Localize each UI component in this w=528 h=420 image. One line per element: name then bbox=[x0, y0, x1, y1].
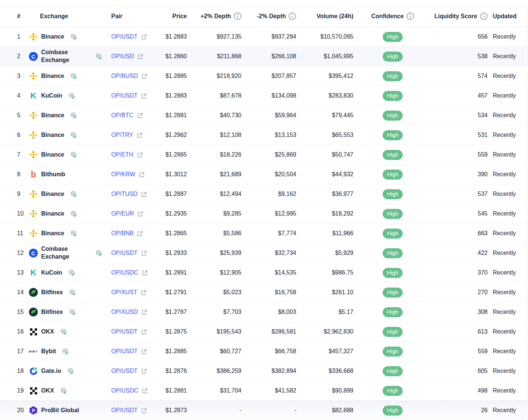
rank-cell: 2 bbox=[12, 53, 29, 60]
exchange-link[interactable]: CCoinbase Exchange bbox=[29, 49, 111, 64]
exchange-link[interactable]: Bitfinex bbox=[29, 308, 111, 316]
reserves-check-icon[interactable] bbox=[69, 93, 75, 99]
reserves-check-icon[interactable] bbox=[70, 132, 77, 138]
liquidity-score-cell: 574 bbox=[432, 73, 488, 79]
reserves-check-icon[interactable] bbox=[70, 191, 77, 197]
col-header-label: Updated bbox=[493, 13, 517, 20]
exchange-link[interactable]: Binance bbox=[29, 111, 111, 120]
col-header-pair: Pair bbox=[111, 13, 161, 20]
table-row: 17BYB!TBybitOP/USDT$1.2885$60,727$66,758… bbox=[0, 342, 528, 361]
markets-table: #ExchangePairPrice+2% Depth-2% DepthVolu… bbox=[0, 5, 528, 420]
coinbase-exchange-icon: C bbox=[29, 52, 38, 61]
pair-link[interactable]: OP/USD bbox=[111, 53, 134, 60]
exchange-cell: Binance bbox=[29, 131, 111, 140]
exchange-link[interactable]: Binance bbox=[29, 32, 111, 41]
liquidity-score-cell: 663 bbox=[432, 230, 488, 237]
pair-link[interactable]: OP/ETH bbox=[111, 151, 133, 158]
kucoin-exchange-icon: K bbox=[29, 91, 38, 100]
col-header-label: Pair bbox=[111, 13, 122, 20]
pair-link[interactable]: OP/USDT bbox=[111, 250, 138, 256]
reserves-check-icon[interactable] bbox=[69, 270, 75, 276]
reserves-check-icon[interactable] bbox=[70, 230, 77, 237]
exchange-link[interactable]: Binance bbox=[29, 190, 111, 198]
pair-link[interactable]: OP/TRY bbox=[111, 132, 133, 138]
exchange-link[interactable]: Binance bbox=[29, 150, 111, 159]
reserves-check-icon[interactable] bbox=[96, 250, 102, 256]
pair-link[interactable]: OP/EUR bbox=[111, 210, 134, 217]
exchange-link[interactable]: Gate.io bbox=[29, 367, 111, 375]
updated-cell: Recently bbox=[488, 230, 520, 237]
pair-link[interactable]: OP/USDT bbox=[111, 328, 138, 335]
reserves-check-icon[interactable] bbox=[67, 368, 74, 374]
reserves-check-icon[interactable] bbox=[69, 289, 76, 296]
pair-link[interactable]: OP/USDC bbox=[111, 269, 138, 276]
confidence-cell: High bbox=[353, 91, 432, 101]
binance-exchange-icon bbox=[29, 229, 38, 238]
info-icon[interactable] bbox=[406, 12, 414, 20]
exchange-name: Binance bbox=[41, 210, 64, 218]
pair-cell: OP/USDT bbox=[111, 368, 161, 374]
pair-link[interactable]: OP/USDT bbox=[111, 407, 138, 414]
pair-link[interactable]: OP/USDT bbox=[111, 368, 138, 374]
exchange-link[interactable]: PProBit Global bbox=[29, 406, 111, 415]
pair-link[interactable]: OP/USDT bbox=[111, 92, 138, 99]
pair-link[interactable]: OP/XUSD bbox=[111, 309, 138, 315]
rank-cell: 7 bbox=[12, 151, 29, 158]
pair-link[interactable]: OP/BNB bbox=[111, 230, 133, 237]
reserves-check-icon[interactable] bbox=[70, 211, 77, 217]
exchange-link[interactable]: bBithumb bbox=[29, 170, 111, 179]
reserves-check-icon[interactable] bbox=[69, 309, 76, 315]
rank-cell: 15 bbox=[12, 309, 29, 315]
rank-cell: 20 bbox=[12, 407, 29, 414]
exchange-link[interactable]: Binance bbox=[29, 72, 111, 81]
col-header-depth_minus: -2% Depth bbox=[241, 12, 296, 20]
exchange-link[interactable]: KKuCoin bbox=[29, 91, 111, 100]
pair-link[interactable]: OP/BTC bbox=[111, 112, 133, 119]
col-header-price: Price bbox=[161, 13, 187, 20]
updated-cell: Recently bbox=[488, 73, 520, 79]
pair-link[interactable]: OP/USDC bbox=[111, 387, 138, 394]
info-icon[interactable] bbox=[234, 12, 241, 20]
reserves-check-icon[interactable] bbox=[96, 53, 102, 60]
liquidity-score-cell: 26 bbox=[432, 407, 488, 414]
exchange-link[interactable]: OKX bbox=[29, 327, 111, 336]
liquidity-score-cell: 370 bbox=[432, 269, 488, 276]
pair-link[interactable]: OP/TUSD bbox=[111, 191, 138, 197]
info-icon[interactable] bbox=[288, 12, 296, 20]
external-link-icon bbox=[141, 73, 148, 79]
reserves-check-icon[interactable] bbox=[62, 348, 69, 355]
volume-cell: $44,932 bbox=[296, 171, 353, 178]
exchange-name: Binance bbox=[41, 72, 64, 80]
col-header-confidence: Confidence bbox=[353, 12, 432, 20]
exchange-link[interactable]: Bitfinex bbox=[29, 288, 111, 297]
exchange-link[interactable]: OKX bbox=[29, 386, 111, 395]
rank-cell: 3 bbox=[12, 73, 29, 79]
reserves-check-icon[interactable] bbox=[60, 329, 67, 335]
pair-link[interactable]: OP/USDT bbox=[111, 33, 138, 40]
exchange-link[interactable]: Binance bbox=[29, 209, 111, 218]
info-icon[interactable] bbox=[480, 12, 488, 20]
exchange-link[interactable]: CCoinbase Exchange bbox=[29, 245, 111, 261]
table-row: 3BinanceOP/BUSD$1.2885$218,920$207,857$3… bbox=[0, 66, 528, 86]
pair-link[interactable]: OP/XUST bbox=[111, 289, 137, 296]
exchange-link[interactable]: BYB!TBybit bbox=[29, 347, 111, 356]
table-row: 19OKXOP/USDC$1.2881$31,704$41,582$90,899… bbox=[0, 381, 528, 401]
pair-link[interactable]: OP/USDT bbox=[111, 348, 138, 355]
exchange-name: Gate.io bbox=[41, 367, 61, 375]
exchange-link[interactable]: KKuCoin bbox=[29, 268, 111, 277]
reserves-check-icon[interactable] bbox=[70, 34, 77, 40]
pair-link[interactable]: OP/BUSD bbox=[111, 73, 138, 79]
pair-link[interactable]: OP/KRW bbox=[111, 171, 135, 178]
exchange-name: KuCoin bbox=[41, 92, 62, 100]
exchange-link[interactable]: Binance bbox=[29, 131, 111, 140]
reserves-check-icon[interactable] bbox=[60, 388, 67, 394]
binance-exchange-icon bbox=[29, 72, 38, 81]
depth-minus-cell: $937,294 bbox=[241, 33, 296, 40]
reserves-check-icon[interactable] bbox=[70, 73, 77, 79]
exchange-link[interactable]: Binance bbox=[29, 229, 111, 238]
reserves-check-icon[interactable] bbox=[70, 152, 77, 158]
reserves-check-icon[interactable] bbox=[70, 112, 77, 119]
volume-cell: $2,962,830 bbox=[296, 328, 353, 335]
okx-exchange-icon bbox=[29, 327, 38, 336]
depth-plus-cell: $60,727 bbox=[187, 348, 241, 355]
